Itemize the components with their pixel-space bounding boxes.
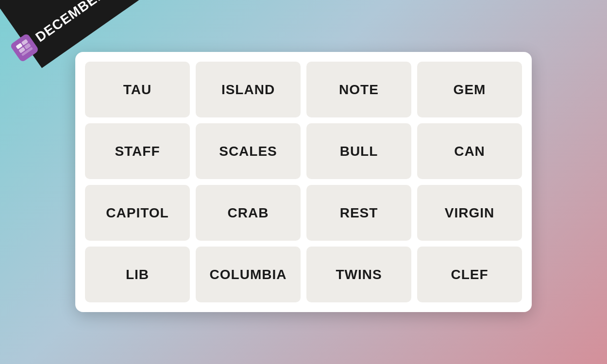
- tile-columbia[interactable]: COLUMBIA: [196, 247, 301, 302]
- tile-label-tau: TAU: [123, 82, 152, 98]
- tile-clef[interactable]: CLEF: [417, 247, 522, 302]
- tile-label-island: ISLAND: [221, 82, 275, 98]
- tile-label-can: CAN: [454, 144, 485, 159]
- tile-island[interactable]: ISLAND: [196, 62, 301, 117]
- tile-capitol[interactable]: CAPITOL: [85, 185, 190, 241]
- tile-label-clef: CLEF: [451, 267, 488, 282]
- tile-label-twins: TWINS: [336, 267, 382, 282]
- tile-crab[interactable]: CRAB: [196, 185, 301, 241]
- tile-bull[interactable]: BULL: [306, 123, 411, 179]
- tile-label-rest: REST: [340, 205, 378, 221]
- tile-label-columbia: COLUMBIA: [210, 267, 287, 282]
- tile-label-crab: CRAB: [228, 205, 269, 221]
- tile-rest[interactable]: REST: [306, 185, 411, 241]
- tile-twins[interactable]: TWINS: [306, 247, 411, 302]
- tile-staff[interactable]: STAFF: [85, 123, 190, 179]
- game-board: TAUISLANDNOTEGEMSTAFFSCALESBULLCANCAPITO…: [75, 52, 532, 312]
- tile-scales[interactable]: SCALES: [196, 123, 301, 179]
- tile-label-gem: GEM: [454, 82, 486, 98]
- tile-label-capitol: CAPITOL: [106, 205, 169, 221]
- tile-gem[interactable]: GEM: [417, 62, 522, 117]
- corner-banner: DECEMBER 6: [0, 0, 155, 78]
- tile-can[interactable]: CAN: [417, 123, 522, 179]
- tile-label-scales: SCALES: [219, 144, 277, 159]
- tile-label-virgin: VIRGIN: [445, 205, 494, 221]
- word-grid: TAUISLANDNOTEGEMSTAFFSCALESBULLCANCAPITO…: [85, 62, 522, 302]
- tile-label-lib: LIB: [126, 267, 149, 282]
- tile-virgin[interactable]: VIRGIN: [417, 185, 522, 241]
- tile-label-staff: STAFF: [115, 144, 160, 159]
- tile-label-note: NOTE: [339, 82, 379, 98]
- tile-label-bull: BULL: [340, 144, 378, 159]
- tile-note[interactable]: NOTE: [306, 62, 411, 117]
- tile-lib[interactable]: LIB: [85, 247, 190, 302]
